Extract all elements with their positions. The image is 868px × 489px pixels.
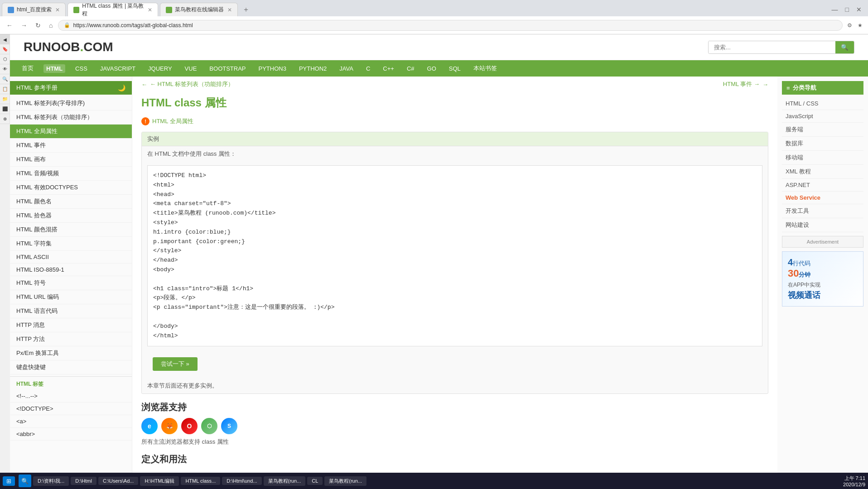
left-nav-item-10[interactable]: HTML 字符集 [10,237,132,251]
tab-2-close[interactable]: ✕ [148,7,152,13]
taskbar-item-2[interactable]: C:\Users\Ad... [98,477,138,485]
search-input[interactable] [709,41,835,53]
right-nav-0[interactable]: HTML / CSS [782,97,863,110]
browser-toolbar: ⚙ ★ [845,21,864,29]
url-text: https://www.runoob.com/tags/att-global-c… [73,22,193,29]
tab-1[interactable]: html_百度搜索 ✕ [2,3,66,16]
right-nav-7[interactable]: Web Service [782,192,863,204]
left-nav-item-16[interactable]: HTTP 消息 [10,318,132,332]
left-nav-item-8[interactable]: HTML 拾色器 [10,209,132,223]
taskbar-item-0[interactable]: D:\资料\我... [33,476,69,486]
nav-python3[interactable]: PYTHON3 [256,64,289,73]
left-nav-item-4[interactable]: HTML 画布 [10,153,132,167]
address-bar: ← → ↻ ⌂ 🔒 https://www.runoob.com/tags/at… [0,16,868,34]
sidebar-icon-8[interactable]: ⬛ [0,104,10,114]
left-nav-item-18[interactable]: Px/Em 换算工具 [10,346,132,360]
nav-csharp[interactable]: C# [404,64,417,73]
taskbar-item-8[interactable]: 菜鸟教程(run... [324,476,366,486]
left-nav-item-6[interactable]: HTML 有效DOCTYPES [10,181,132,195]
sidebar-icon-7[interactable]: 📁 [0,94,10,104]
tab-1-close[interactable]: ✕ [55,7,60,13]
sidebar-icon-3[interactable]: ⬡ [0,54,10,64]
prev-link[interactable]: ← ← HTML 标签列表（功能排序） [141,80,234,88]
taskbar-item-1[interactable]: D:\Html [71,477,96,485]
left-nav-item-15[interactable]: HTML 语言代码 [10,304,132,318]
home-button[interactable]: ⌂ [46,21,55,30]
left-nav-item-13[interactable]: HTML 符号 [10,276,132,290]
tab-3-close[interactable]: ✕ [227,7,232,13]
tab-2[interactable]: HTML class 属性 | 菜鸟教程 ✕ [68,3,158,16]
next-link[interactable]: HTML 事件 → → [723,80,768,88]
right-nav-6[interactable]: ASP.NET [782,179,863,192]
right-nav-4[interactable]: 移动端 [782,151,863,165]
nav-bookmarks[interactable]: 本站书签 [471,63,500,73]
nav-java[interactable]: JAVA [337,64,356,73]
left-nav-item-1[interactable]: HTML 标签列表（功能排序） [10,110,132,125]
left-nav-item-11[interactable]: HTML ASCII [10,251,132,264]
tab-3[interactable]: 菜鸟教程在线编辑器 ✕ [160,3,238,16]
left-nav-theme-btn[interactable]: 🌙 [118,84,125,91]
taskbar-item-6[interactable]: 菜鸟教程(run... [264,476,306,486]
extensions-button[interactable]: ⚙ [845,21,854,29]
close-button[interactable]: ✕ [854,5,864,14]
sidebar-icon-4[interactable]: 👁 [0,64,10,74]
nav-javascript[interactable]: JAVASCRIPT [97,64,138,73]
back-button[interactable]: ← [4,21,15,30]
search-button[interactable]: 🔍 [835,41,854,53]
left-nav-item-3[interactable]: HTML 事件 [10,139,132,153]
left-nav-item-0[interactable]: HTML 标签列表(字母排序) [10,96,132,110]
new-tab-button[interactable]: ＋ [238,3,254,16]
refresh-button[interactable]: ↻ [33,21,43,30]
left-nav-item-7[interactable]: HTML 颜色名 [10,195,132,209]
taskbar-search-icon[interactable]: 🔍 [19,475,31,487]
nav-jquery[interactable]: JQUERY [145,64,175,73]
sidebar-icon-1[interactable]: ◀ [0,34,10,44]
taskbar-time-text: 上午 7:11 [843,475,865,482]
left-nav-item-14[interactable]: HTML URL 编码 [10,290,132,304]
left-nav-item-19[interactable]: 键盘快捷键 [10,360,132,374]
nav-bootstrap[interactable]: BOOTSTRAP [207,64,248,73]
nav-python2[interactable]: PYTHON2 [296,64,329,73]
right-nav-2[interactable]: 服务端 [782,123,863,137]
nav-vue[interactable]: VUE [182,64,200,73]
left-nav-item-2[interactable]: HTML 全局属性 [10,125,132,139]
right-nav-1[interactable]: JavaScript [782,110,863,123]
sidebar-icon-6[interactable]: 📋 [0,84,10,94]
ad-placeholder: Advertisement [782,236,863,248]
try-it-button[interactable]: 尝试一下 » [153,357,198,371]
left-nav-item-12[interactable]: HTML ISO-8859-1 [10,264,132,276]
nav-sql[interactable]: SQL [446,64,463,73]
left-nav-item-5[interactable]: HTML 音频/视频 [10,167,132,181]
taskbar-start[interactable]: ⊞ [3,476,15,486]
right-nav-9[interactable]: 网站建设 [782,218,863,232]
nav-go[interactable]: GO [424,64,439,73]
taskbar-item-5[interactable]: D:\Html\und... [222,477,261,485]
right-nav-3[interactable]: 数据库 [782,137,863,151]
nav-cpp[interactable]: C++ [380,64,397,73]
maximize-button[interactable]: □ [843,5,852,14]
sidebar-icon-9[interactable]: ⊕ [0,114,10,124]
bookmarks-button[interactable]: ★ [856,21,864,29]
nav-css[interactable]: CSS [72,64,90,73]
sidebar-icon-5[interactable]: 🔍 [0,74,10,84]
taskbar-item-7[interactable]: CL [307,477,323,485]
left-nav-item-9[interactable]: HTML 颜色混搭 [10,223,132,237]
sidebar-icon-2[interactable]: 🔖 [0,44,10,54]
left-nav-item-17[interactable]: HTTP 方法 [10,332,132,346]
nav-c[interactable]: C [363,64,373,73]
nav-home[interactable]: 首页 [19,63,36,73]
left-nav-sub-0[interactable]: <!--...--> [10,390,132,403]
taskbar-item-4[interactable]: HTML class... [181,477,220,485]
right-nav-5[interactable]: XML 教程 [782,165,863,179]
forward-button[interactable]: → [18,21,30,30]
left-nav-sub-3[interactable]: <abbr> [10,428,132,441]
left-nav-sub-1[interactable]: <!DOCTYPE> [10,403,132,415]
all-attrs-link-container: ! HTML 全局属性 [141,117,768,125]
ad-line3: 在APP中实现 [788,281,858,289]
taskbar-item-3[interactable]: H:\HTML编辑 [140,476,179,486]
all-attrs-link[interactable]: HTML 全局属性 [152,117,193,125]
right-nav-8[interactable]: 开发工具 [782,204,863,218]
minimize-button[interactable]: — [829,5,841,14]
nav-html[interactable]: HTML [43,64,65,73]
left-nav-sub-2[interactable]: <a> [10,415,132,428]
